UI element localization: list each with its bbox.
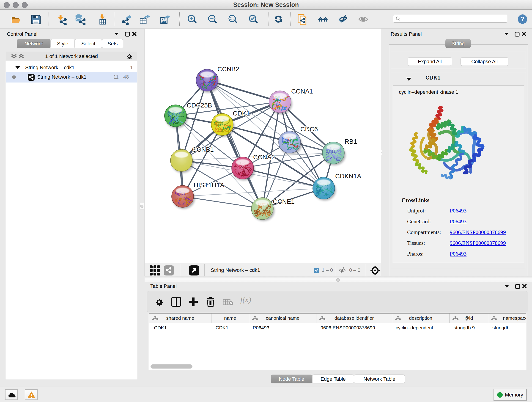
svg-text:CCNE1: CCNE1 bbox=[273, 198, 295, 205]
svg-text:?: ? bbox=[520, 15, 525, 23]
svg-text:CCNB2: CCNB2 bbox=[217, 65, 239, 73]
svg-text:CDKN1A: CDKN1A bbox=[335, 172, 361, 180]
svg-text:CCNB1: CCNB1 bbox=[192, 146, 214, 153]
svg-text:CDC6: CDC6 bbox=[300, 126, 318, 133]
svg-text:CCNA2: CCNA2 bbox=[253, 153, 275, 161]
svg-text:RB1: RB1 bbox=[345, 138, 357, 145]
svg-text:CDK1: CDK1 bbox=[233, 110, 250, 117]
svg-text:CCNA1: CCNA1 bbox=[291, 88, 313, 95]
svg-text:HIST1H1A: HIST1H1A bbox=[194, 182, 224, 189]
svg-text:CDC25B: CDC25B bbox=[187, 102, 212, 109]
